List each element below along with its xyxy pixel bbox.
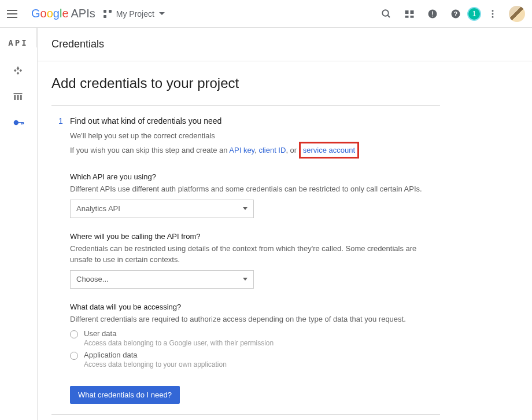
google-apis-logo[interactable]: Google APIs [31, 7, 95, 20]
field-label: What data will you be accessing? [70, 303, 440, 311]
field-description: Different credentials are required to au… [70, 314, 440, 325]
svg-rect-7 [432, 11, 433, 14]
radio-description: Access data belonging to a Google user, … [84, 339, 440, 347]
context-select[interactable]: Choose... [70, 270, 254, 289]
svg-point-0 [382, 10, 389, 16]
svg-rect-14 [14, 95, 16, 100]
main-content: Credentials Add credentials to your proj… [37, 28, 532, 420]
api-key-link[interactable]: API key [229, 146, 254, 154]
help-icon[interactable]: ? [449, 7, 463, 21]
section-nav [0, 47, 37, 128]
field-label: Which API are you using? [70, 172, 440, 181]
service-account-link[interactable]: service account [303, 146, 355, 154]
api-label: API [0, 38, 36, 47]
notifications-icon[interactable] [426, 7, 439, 21]
radio-label: Application data [84, 351, 440, 359]
step-1: 1 Find out what kind of credentials you … [51, 106, 440, 414]
svg-point-12 [492, 13, 494, 14]
step-number: 1 [51, 116, 70, 404]
page-header: Credentials [38, 28, 532, 61]
radio-application-data[interactable]: Application data Access data belonging t… [70, 351, 440, 369]
help-text: We'll help you set up the correct creden… [70, 130, 440, 159]
page-title: Add credentials to your project [51, 75, 440, 91]
what-credentials-button[interactable]: What credentials do I need? [70, 386, 180, 404]
svg-rect-15 [17, 95, 19, 100]
user-avatar[interactable] [509, 6, 525, 22]
field-description: Credentials can be restricted using deta… [70, 243, 440, 266]
svg-rect-20 [21, 122, 23, 124]
step-title: Find out what kind of credentials you ne… [70, 116, 440, 126]
radio-label: User data [84, 329, 440, 338]
radio-icon [70, 330, 78, 338]
search-icon[interactable] [379, 7, 393, 21]
which-api-section: Which API are you using? Different APIs … [70, 172, 440, 218]
project-selector[interactable]: My Project [104, 9, 165, 19]
api-select[interactable]: Analytics API [70, 200, 254, 218]
svg-point-18 [14, 120, 19, 125]
svg-rect-21 [23, 122, 24, 124]
hamburger-menu-icon[interactable] [7, 7, 21, 21]
svg-rect-17 [14, 93, 23, 94]
product-sidebar: API [0, 28, 37, 47]
step-2: 2 Get your credentials [51, 415, 440, 420]
chevron-down-icon [243, 207, 247, 210]
svg-text:?: ? [454, 10, 457, 17]
top-header: Google APIs My Project ? 1 [0, 0, 532, 28]
data-access-section: What data will you be accessing? Differe… [70, 303, 440, 369]
project-name: My Project [116, 9, 154, 19]
chevron-down-icon [243, 278, 247, 281]
svg-rect-3 [411, 10, 414, 14]
dashboard-icon[interactable] [13, 66, 24, 78]
library-icon[interactable] [13, 91, 24, 103]
field-description: Different APIs use different auth platfo… [70, 183, 440, 195]
chevron-down-icon [159, 12, 165, 15]
credentials-icon[interactable] [13, 117, 24, 128]
radio-description: Access data belonging to your own applic… [84, 360, 440, 369]
svg-rect-2 [405, 10, 409, 14]
svg-rect-4 [405, 16, 409, 18]
radio-icon [70, 352, 78, 360]
calling-from-section: Where will you be calling the API from? … [70, 232, 440, 289]
cloud-shell-icon[interactable] [402, 7, 416, 21]
client-id-link[interactable]: client ID [258, 146, 286, 154]
more-vert-icon[interactable] [486, 7, 500, 21]
svg-rect-8 [432, 16, 433, 17]
svg-rect-16 [20, 95, 22, 100]
svg-point-11 [492, 10, 494, 12]
field-label: Where will you be calling the API from? [70, 232, 440, 241]
radio-user-data[interactable]: User data Access data belonging to a Goo… [70, 329, 440, 347]
svg-line-1 [387, 15, 390, 17]
svg-rect-19 [18, 122, 23, 123]
account-badge[interactable]: 1 [467, 7, 481, 21]
svg-point-13 [492, 16, 494, 17]
svg-rect-5 [411, 16, 414, 18]
